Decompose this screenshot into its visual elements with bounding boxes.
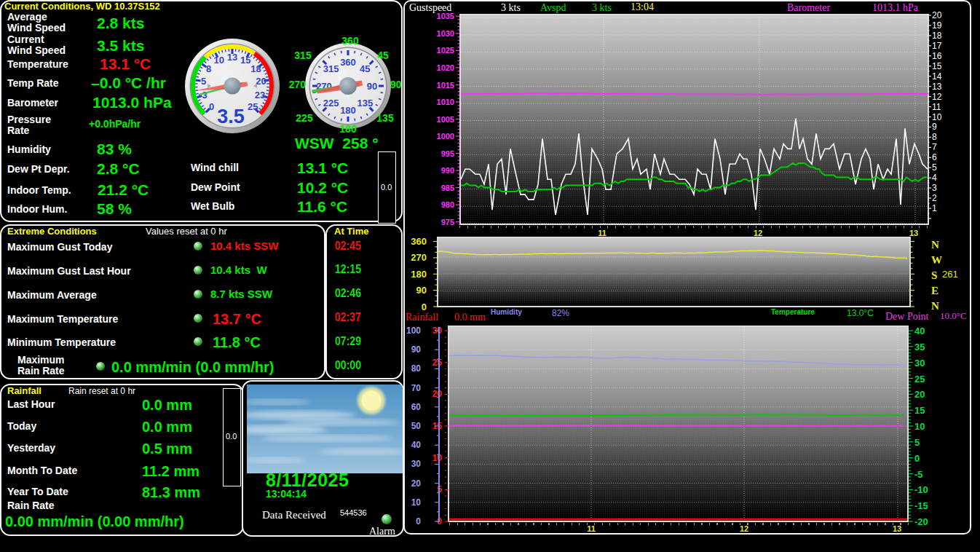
svg-text:3: 3: [202, 90, 207, 100]
svg-text:5: 5: [201, 76, 206, 87]
svg-text:135: 135: [357, 98, 373, 109]
svg-text:13: 13: [227, 52, 237, 63]
svg-text:180: 180: [340, 105, 356, 116]
svg-text:23: 23: [255, 90, 265, 100]
svg-text:360: 360: [340, 57, 356, 68]
svg-text:20: 20: [256, 76, 266, 87]
svg-text:18: 18: [250, 63, 261, 74]
svg-text:0: 0: [209, 101, 214, 112]
svg-text:15: 15: [240, 55, 250, 66]
svg-text:3.5: 3.5: [217, 106, 245, 127]
svg-text:315: 315: [323, 63, 339, 74]
svg-text:8: 8: [206, 63, 211, 74]
svg-text:225: 225: [323, 98, 339, 109]
svg-text:25: 25: [248, 101, 258, 112]
svg-text:45: 45: [360, 63, 370, 74]
svg-text:90: 90: [367, 81, 377, 92]
svg-text:10: 10: [214, 55, 224, 66]
